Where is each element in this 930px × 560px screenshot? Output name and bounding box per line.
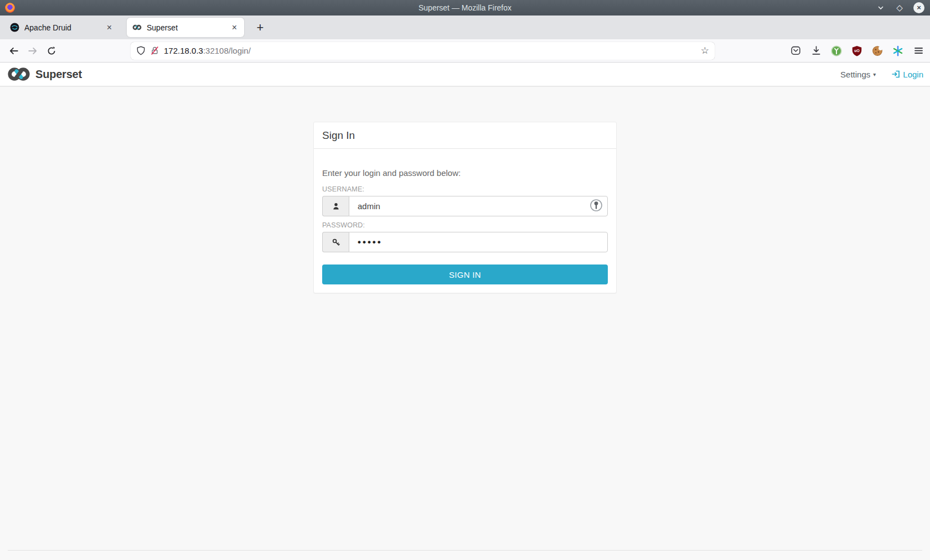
back-button[interactable]: [6, 43, 22, 59]
tab-close-icon[interactable]: ×: [230, 23, 239, 33]
reload-button[interactable]: [43, 43, 60, 59]
login-label: Login: [903, 70, 923, 79]
sign-in-card-header: Sign In: [314, 122, 616, 149]
url-bar[interactable]: 172.18.0.3:32108/login/ ☆: [131, 42, 715, 60]
pocket-save-button[interactable]: [789, 45, 802, 57]
window-maximize-button[interactable]: ◇: [895, 3, 905, 13]
pocket-icon: [790, 45, 801, 56]
window-controls: ◇ ×: [876, 2, 930, 13]
asterisk-extension-button[interactable]: [892, 45, 904, 57]
bookmark-star-icon[interactable]: ☆: [701, 45, 709, 56]
sign-in-title: Sign In: [322, 129, 608, 142]
hamburger-menu-icon: [913, 45, 924, 56]
forward-arrow-icon: [28, 46, 38, 56]
superset-header: Superset Settings ▾ Login: [0, 63, 930, 87]
url-host: 172.18.0.3: [164, 46, 203, 55]
cookie-icon: [872, 45, 883, 56]
downloads-button[interactable]: [810, 45, 822, 57]
tab-bar: Apache Druid × Superset × +: [0, 15, 930, 39]
password-addon: [322, 232, 349, 252]
window-close-button[interactable]: ×: [913, 2, 924, 13]
colorful-asterisk-icon: [892, 45, 903, 56]
sign-in-card-body: Enter your login and password below: USE…: [314, 149, 616, 293]
username-input-group: [322, 196, 608, 216]
tracking-protection-shield-icon[interactable]: [136, 46, 146, 55]
tab-label: Superset: [147, 23, 230, 32]
navigation-toolbar: 172.18.0.3:32108/login/ ☆ uO: [0, 39, 930, 63]
header-right: Settings ▾ Login: [840, 70, 923, 79]
settings-menu[interactable]: Settings ▾: [840, 70, 876, 79]
superset-favicon-icon: [132, 23, 142, 32]
ublock-origin-button[interactable]: uO: [851, 45, 863, 57]
forward-button[interactable]: [24, 43, 41, 59]
window-minimize-button[interactable]: [876, 3, 886, 13]
footer-divider: [8, 550, 922, 551]
settings-label: Settings: [840, 70, 870, 79]
password-label: PASSWORD:: [322, 221, 608, 229]
sign-in-icon: [891, 70, 900, 79]
url-path: :32108/login/: [203, 46, 251, 55]
caret-down-icon: ▾: [873, 71, 876, 77]
sign-in-button[interactable]: SIGN IN: [322, 265, 608, 284]
key-icon: [332, 238, 340, 247]
superset-brand[interactable]: Superset: [7, 66, 82, 82]
ublock-shield-icon: uO: [851, 45, 862, 56]
page-content: Sign In Enter your login and password be…: [0, 87, 930, 560]
window-titlebar: Superset — Mozilla Firefox ◇ ×: [0, 0, 930, 15]
brand-name: Superset: [35, 68, 82, 81]
green-extension-icon: [831, 45, 842, 56]
tab-label: Apache Druid: [24, 23, 105, 32]
firefox-logo-icon: [5, 3, 15, 13]
superset-logo-icon: [7, 66, 31, 82]
url-text[interactable]: 172.18.0.3:32108/login/: [164, 46, 251, 55]
extension-green-button[interactable]: [830, 45, 843, 57]
reload-icon: [46, 46, 56, 56]
new-tab-button[interactable]: +: [252, 20, 268, 35]
password-input[interactable]: [349, 232, 608, 252]
window-title: Superset — Mozilla Firefox: [0, 3, 930, 12]
password-manager-badge-icon[interactable]: [590, 199, 603, 214]
tab-apache-druid[interactable]: Apache Druid ×: [4, 18, 119, 37]
username-label: USERNAME:: [322, 185, 608, 193]
back-arrow-icon: [9, 46, 19, 56]
tab-close-icon[interactable]: ×: [105, 23, 113, 33]
user-icon: [332, 202, 340, 211]
sign-in-card: Sign In Enter your login and password be…: [313, 122, 617, 293]
password-input-group: [322, 232, 608, 252]
app-menu-button[interactable]: [912, 45, 924, 57]
cookie-extension-button[interactable]: [871, 45, 884, 57]
username-input[interactable]: [349, 196, 608, 216]
insecure-lock-icon[interactable]: [150, 46, 159, 55]
download-icon: [811, 45, 822, 56]
tab-superset[interactable]: Superset ×: [127, 18, 244, 37]
sign-in-instruction: Enter your login and password below:: [322, 168, 608, 178]
chevron-down-icon: [877, 4, 885, 12]
username-addon: [322, 196, 349, 216]
svg-text:uO: uO: [854, 49, 859, 53]
login-link[interactable]: Login: [891, 70, 923, 79]
druid-favicon-icon: [10, 23, 19, 32]
